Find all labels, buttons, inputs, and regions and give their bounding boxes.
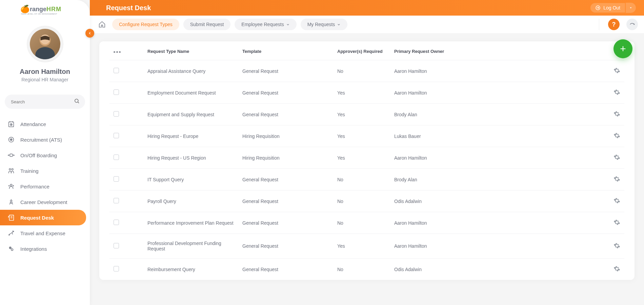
row-settings-button[interactable]: [613, 132, 620, 139]
gear-icon: [613, 197, 620, 204]
row-checkbox[interactable]: [114, 198, 119, 203]
nav-icon: [7, 183, 15, 190]
search-input[interactable]: [5, 95, 85, 109]
sidebar-item-travel-and-expense[interactable]: Travel and Expense: [0, 225, 90, 241]
row-checkbox[interactable]: [114, 111, 119, 117]
row-checkbox[interactable]: [114, 68, 119, 73]
share-icon: [629, 21, 635, 27]
cell-approver: Yes: [333, 125, 390, 147]
tab-employee-requests[interactable]: Employee Requests: [235, 19, 296, 30]
table-row: Hiring Request - EuropeHiring Requisitio…: [109, 125, 624, 147]
main: Request Desk Log Out Configure Request T…: [90, 0, 644, 305]
cell-owner: Aaron Hamilton: [390, 212, 607, 234]
cell-approver: Yes: [333, 104, 390, 125]
row-settings-button[interactable]: [613, 154, 620, 161]
logout-button[interactable]: Log Out: [590, 3, 625, 13]
nav-label: On/Off Boarding: [20, 152, 57, 158]
gear-icon: [613, 154, 620, 161]
row-checkbox[interactable]: [114, 266, 119, 271]
cell-name: Hiring Request - Europe: [143, 125, 238, 147]
svg-rect-14: [10, 154, 12, 156]
row-checkbox[interactable]: [114, 220, 119, 225]
gear-icon: [613, 67, 620, 74]
cell-owner: Aaron Hamilton: [390, 147, 607, 169]
row-checkbox[interactable]: [114, 176, 119, 182]
cell-owner: Aaron Hamilton: [390, 234, 607, 259]
table-row: Performance Improvement Plan RequestGene…: [109, 212, 624, 234]
cell-name: Performance Improvement Plan Request: [143, 212, 238, 234]
profile-name: Aaron Hamilton: [0, 68, 90, 76]
nav-label: Integrations: [20, 246, 47, 252]
cell-approver: No: [333, 169, 390, 190]
row-checkbox[interactable]: [114, 89, 119, 95]
row-checkbox[interactable]: [114, 133, 119, 138]
sidebar-item-on-off-boarding[interactable]: On/Off Boarding: [0, 147, 90, 163]
svg-point-15: [9, 168, 11, 170]
cell-name: Reimbursement Query: [143, 259, 238, 280]
page-title: Request Desk: [106, 4, 590, 12]
caret-down-icon: [629, 6, 632, 9]
request-types-table: Request Type Name Template Approver(s) R…: [109, 41, 624, 280]
cell-approver: Yes: [333, 82, 390, 104]
logout-icon: [595, 5, 601, 11]
share-button[interactable]: [626, 19, 638, 30]
collapse-sidebar-button[interactable]: [85, 29, 94, 38]
nav-icon: [7, 198, 15, 206]
row-settings-button[interactable]: [613, 176, 620, 182]
col-request-type-name[interactable]: Request Type Name: [143, 41, 238, 60]
tab-label: Employee Requests: [241, 22, 284, 27]
row-settings-button[interactable]: [613, 242, 620, 249]
cell-template: Hiring Requisition: [238, 125, 333, 147]
cell-approver: No: [333, 190, 390, 212]
cell-name: Appraisal Assistance Query: [143, 60, 238, 82]
tab-label: My Requests: [307, 22, 335, 27]
tab-my-requests[interactable]: My Requests: [301, 19, 348, 30]
col-approver[interactable]: Approver(s) Required: [333, 41, 390, 60]
logout-dropdown[interactable]: [626, 3, 636, 13]
nav-icon: [7, 167, 15, 175]
sidebar-item-request-desk[interactable]: Request Desk: [0, 210, 86, 225]
question-icon: ?: [612, 21, 616, 28]
logo-tagline: NEW LEVEL OF HR MANAGEMENT: [21, 13, 90, 15]
sidebar: 🍊 range HRM NEW LEVEL OF HR MANAGEMENT A…: [0, 0, 90, 305]
tab-submit-request[interactable]: Submit Request: [183, 19, 231, 30]
home-button[interactable]: [96, 18, 108, 30]
svg-point-16: [12, 168, 13, 170]
cell-owner: Aaron Hamilton: [390, 82, 607, 104]
nav-icon: [7, 245, 15, 252]
cell-template: General Request: [238, 190, 333, 212]
row-settings-button[interactable]: [613, 265, 620, 272]
col-template[interactable]: Template: [238, 41, 333, 60]
tab-configure-request-types[interactable]: Configure Request Types: [112, 19, 179, 30]
add-button[interactable]: +: [613, 39, 632, 58]
tab-label: Configure Request Types: [119, 22, 173, 27]
cell-template: General Request: [238, 212, 333, 234]
row-settings-button[interactable]: [613, 219, 620, 226]
row-settings-button[interactable]: [613, 89, 620, 96]
col-owner[interactable]: Primary Request Owner: [390, 41, 607, 60]
sidebar-item-training[interactable]: Training: [0, 163, 90, 179]
logo: 🍊 range HRM NEW LEVEL OF HR MANAGEMENT: [0, 0, 90, 18]
avatar[interactable]: [30, 29, 60, 59]
svg-marker-26: [630, 7, 632, 8]
nav-label: Training: [20, 168, 39, 174]
sidebar-item-attendance[interactable]: Attendance: [0, 116, 90, 132]
row-settings-button[interactable]: [613, 67, 620, 74]
logout-label: Log Out: [603, 5, 620, 11]
row-checkbox[interactable]: [114, 155, 119, 160]
sidebar-item-performance[interactable]: Performance: [0, 179, 90, 194]
cell-template: General Request: [238, 104, 333, 125]
row-settings-button[interactable]: [613, 197, 620, 204]
sidebar-item-recruitment-ats-[interactable]: Recruitment (ATS): [0, 132, 90, 147]
cell-owner: Brody Alan: [390, 169, 607, 190]
sidebar-item-integrations[interactable]: Integrations: [0, 241, 90, 257]
row-settings-button[interactable]: [613, 110, 620, 117]
sidebar-item-career-development[interactable]: Career Development: [0, 194, 90, 210]
help-button[interactable]: ?: [608, 19, 620, 30]
gear-icon: [613, 265, 620, 272]
search-icon[interactable]: [74, 98, 80, 105]
bulk-actions-button[interactable]: [114, 51, 121, 53]
row-checkbox[interactable]: [114, 243, 119, 248]
nav-icon: [7, 214, 15, 221]
chevron-down-icon: [286, 23, 290, 26]
